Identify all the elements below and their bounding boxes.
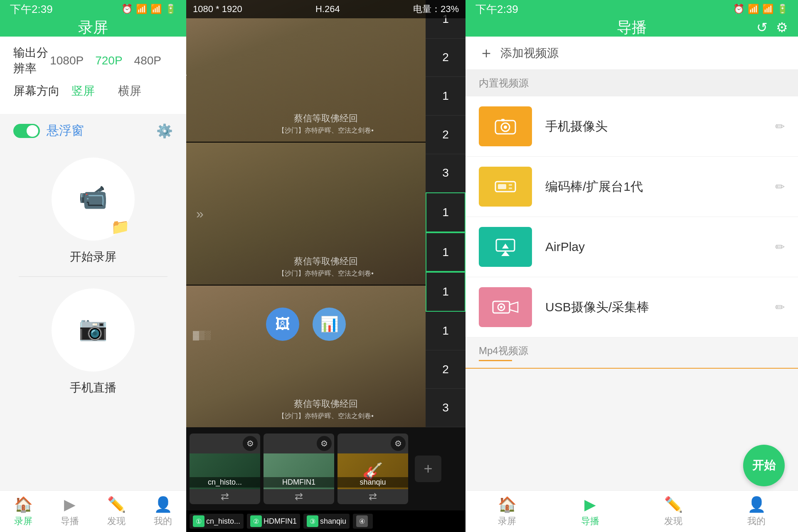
thumb-1-switch[interactable]: ⇄ [190,489,260,504]
source-5[interactable]: 3 [426,154,466,193]
video-text-3: 蔡信等取佛经回 【沙门】亦特萨晖、空法之剑卷• [278,398,374,421]
video-cell-3[interactable]: 蔡信等取佛经回 【沙门】亦特萨晖、空法之剑卷• [186,286,466,427]
video-cell-2[interactable]: 蔡信等取佛经回 【沙门】亦特萨晖、空法之剑卷• [186,143,466,285]
thumb-3-switch[interactable]: ⇄ [337,489,408,504]
refresh-icon[interactable]: ↺ [756,20,768,35]
usb-camera-edit-icon[interactable]: ✏ [775,300,785,314]
video-sub-text-2: 【沙门】亦特萨晖、空法之剑卷• [278,269,374,278]
nav-mine[interactable]: 👤 我的 [140,491,186,532]
nav-mine-label: 我的 [154,515,172,527]
status-time: 下午2:39 [10,2,53,17]
res-720p[interactable]: 720P [95,54,122,67]
channel-3-btn[interactable]: ③ shanqiu [303,514,350,529]
source-usb-camera[interactable]: USB摄像头/采集棒 ✏ [466,277,798,337]
source-3a[interactable]: 1 [426,77,466,116]
thumb-3-gear[interactable]: ⚙ [391,436,406,451]
nav-mine-label-d: 我的 [747,515,766,527]
source-2[interactable]: 2 [426,39,466,77]
res-480p[interactable]: 480P [134,54,161,67]
add-thumb-icon: + [415,456,441,482]
nav-recording-label-d: 录屏 [498,515,516,527]
source-6[interactable]: 1 [426,192,466,232]
channel-4-num: ④ [356,515,368,527]
video-cell-1[interactable]: 蔡信等取佛经回 【沙门】亦特萨晖、空法之剑卷• [186,0,466,143]
start-recording-label: 开始录屏 [70,249,116,265]
nav-daobao[interactable]: ▶ 导播 [47,491,93,532]
thumb-2-gear[interactable]: ⚙ [317,436,332,451]
source-airplay[interactable]: AirPlay ✏ [466,217,798,277]
thumb-3[interactable]: ⚙ 🎸 shanqiu ⇄ [337,433,408,504]
home-icon: 🏠 [14,496,33,513]
svg-point-13 [500,306,502,308]
audio-button[interactable]: 📊 [313,308,346,341]
thumb-1-gear[interactable]: ⚙ [243,436,258,451]
phone-camera-thumb [479,106,532,146]
mp4-label: Mp4视频源 [479,344,785,357]
thumb-1[interactable]: ⚙ cn_histo... ⇄ [190,433,260,504]
orientation-row: 屏幕方向 竖屏 横屏 [13,83,173,99]
plus-icon: ＋ [479,43,494,63]
source-panel: 1 2 1 2 3 1 1 1 1 2 3 [426,0,466,427]
source-phone-camera[interactable]: 手机摄像头 ✏ [466,96,798,157]
nav-daobao-label-d: 导播 [581,515,599,527]
live-codec: H.264 [315,4,340,15]
bottom-nav-recording: 🏠 录屏 ▶ 导播 ✏️ 发现 👤 我的 [0,490,186,532]
source-8[interactable]: 1 [426,272,466,312]
landscape-option[interactable]: 横屏 [118,83,141,99]
floating-toggle[interactable] [13,124,40,138]
start-button[interactable]: 开始 [743,445,785,486]
source-encoder[interactable]: 编码棒/扩展台1代 ✏ [466,157,798,217]
source-10[interactable]: 2 [426,350,466,389]
source-7[interactable]: 1 [426,232,466,272]
phone-live-button[interactable]: 📷 [52,288,135,372]
source-9[interactable]: 1 [426,312,466,350]
channel-1-btn[interactable]: ① cn_histo... [190,514,244,529]
source-11[interactable]: 3 [426,389,466,427]
floating-window-row: 悬浮窗 ⚙️ [0,114,186,148]
image-button[interactable]: 🖼 [266,308,299,341]
phone-camera-edit-icon[interactable]: ✏ [775,120,785,133]
usb-camera-thumb [479,287,532,327]
channel-3-label: shanqiu [320,517,346,526]
thumb-2-header: ⚙ [264,433,334,453]
thumb-2[interactable]: ⚙ HDMFIN1 ⇄ [264,433,334,504]
gear-icon[interactable]: ⚙ [776,20,788,35]
channel-2-label: HDMFIN1 [264,517,297,526]
nav-daobao-d[interactable]: ▶ 导播 [549,491,632,532]
nav-mine-d[interactable]: 👤 我的 [715,491,798,532]
channel-4-btn[interactable]: ④ [353,514,373,529]
res-1080p[interactable]: 1080P [50,54,84,67]
nav-discover-d[interactable]: ✏️ 发现 [632,491,715,532]
channel-1-num: ① [193,515,204,527]
encoder-edit-icon[interactable]: ✏ [775,180,785,194]
thumb-2-switch[interactable]: ⇄ [264,489,334,504]
thumb-1-img: cn_histo... [190,453,260,489]
portrait-option[interactable]: 竖屏 [71,83,95,99]
resolution-row: 输出分辨率 1080P 720P 480P [13,45,173,76]
svg-point-2 [504,126,507,129]
airplay-name: AirPlay [545,240,775,254]
video-text-2: 蔡信等取佛经回 【沙门】亦特萨晖、空法之剑卷• [278,255,374,278]
add-thumb[interactable]: + [411,456,445,482]
header-actions: ↺ ⚙ [756,20,788,35]
nav-recording-d[interactable]: 🏠 录屏 [466,491,549,532]
daobao-alarm-icon: ⏰ [733,4,744,15]
video-sub-text-3: 【沙门】亦特萨晖、空法之剑卷• [278,412,374,421]
svg-rect-6 [509,184,512,186]
alarm-icon: ⏰ [121,4,133,15]
nav-recording[interactable]: 🏠 录屏 [0,491,47,532]
nav-discover[interactable]: ✏️ 发现 [93,491,140,532]
add-source-button[interactable]: ＋ 添加视频源 [479,43,559,63]
camera-icon: 📹 [79,184,108,211]
video-main-text-2: 蔡信等取佛经回 [278,255,374,268]
channel-2-btn[interactable]: ② HDMFIN1 [247,514,300,529]
airplay-edit-icon[interactable]: ✏ [775,240,785,254]
source-4[interactable]: 2 [426,116,466,154]
divider [19,276,167,277]
start-recording-button[interactable]: 📹 📁 [52,158,135,241]
orientation-label: 屏幕方向 [13,83,71,99]
edit-icon-d: ✏️ [664,496,683,513]
panel-recording: 下午2:39 ⏰ 📶 📶 🔋 录屏 输出分辨率 1080P 720P 480P … [0,0,186,532]
thumb-3-label: shanqiu [337,477,408,488]
settings-gear-icon[interactable]: ⚙️ [156,123,173,139]
